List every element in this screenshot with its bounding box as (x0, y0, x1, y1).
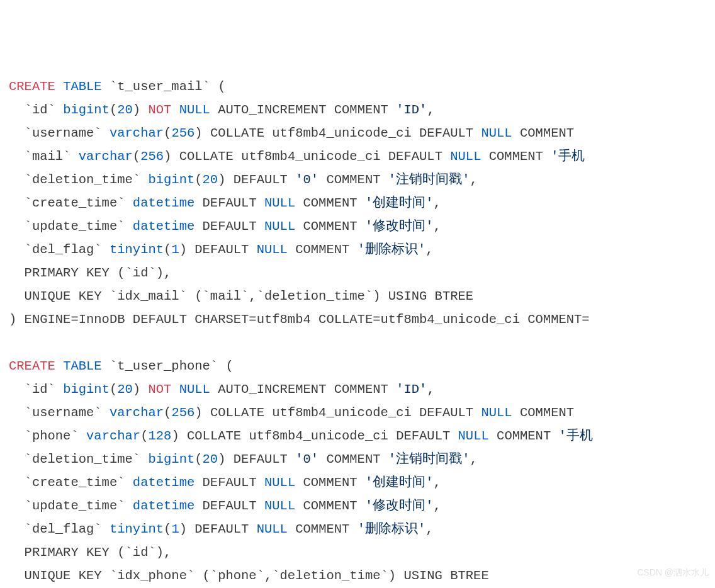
code-token: DEFAULT (194, 196, 264, 210)
code-token: `t_user_phone` ( (102, 359, 234, 373)
code-token: bigint (63, 382, 110, 397)
code-token: datetime (133, 499, 194, 513)
code-token: COMMENT (512, 126, 582, 140)
code-line: PRIMARY KEY (`id`), (9, 541, 715, 564)
code-token: TABLE (63, 359, 102, 373)
code-token: `deletion_time` (9, 452, 148, 466)
code-token: bigint (63, 103, 110, 117)
code-token: DEFAULT (194, 475, 264, 490)
code-token: 'ID' (396, 382, 427, 397)
code-token: , (425, 522, 433, 536)
code-token: `create_time` (9, 475, 133, 490)
code-token: ( (140, 429, 148, 443)
code-token: `id` (9, 103, 63, 117)
code-token: COMMENT (288, 242, 358, 257)
code-token: 256 (140, 149, 164, 164)
code-token: PRIMARY KEY (`id`), (9, 545, 171, 560)
code-line: `create_time` datetime DEFAULT NULL COMM… (9, 471, 715, 494)
code-token: `t_user_mail` ( (102, 79, 226, 94)
code-token: varchar (79, 149, 133, 164)
code-token: `mail` (9, 149, 79, 164)
code-token: NOT (148, 103, 171, 117)
code-token: 1 (171, 522, 179, 536)
code-token: `del_flag` (9, 522, 110, 536)
code-token: , (427, 382, 434, 397)
code-token: `phone` (9, 429, 86, 443)
code-token: 256 (171, 405, 194, 420)
code-token: AUTO_INCREMENT COMMENT (210, 382, 396, 397)
code-token: ( (110, 382, 117, 397)
code-token: `deletion_time` (9, 172, 148, 187)
code-line: `create_time` datetime DEFAULT NULL COMM… (9, 191, 715, 215)
code-token: `update_time` (9, 219, 133, 234)
code-token: ) DEFAULT (218, 172, 295, 187)
code-token: '注销时间戳' (388, 172, 470, 187)
code-token: '0' (295, 452, 318, 466)
code-line: `deletion_time` bigint(20) DEFAULT '0' C… (9, 448, 715, 471)
code-token: , (434, 475, 441, 490)
code-token (55, 79, 63, 94)
code-token: COMMENT (295, 219, 365, 234)
code-token: ) DEFAULT (179, 522, 257, 536)
code-token: 20 (117, 103, 133, 117)
code-token: 128 (148, 429, 171, 443)
code-token: '删除标识' (358, 242, 426, 257)
code-token (171, 382, 179, 397)
code-line: ) ENGINE=InnoDB DEFAULT CHARSET=utf8mb4 … (9, 308, 715, 331)
code-token: ) (133, 103, 149, 117)
code-token: COMMENT (512, 405, 582, 420)
code-token: varchar (110, 126, 164, 140)
code-line: `phone` varchar(128) COLLATE utf8mb4_uni… (9, 424, 715, 448)
code-token: 'ID' (396, 103, 427, 117)
code-token: COMMENT (295, 196, 365, 210)
code-token: '删除标识' (358, 522, 426, 536)
code-token: ( (164, 405, 171, 420)
code-token: tinyint (110, 242, 164, 257)
code-line: `id` bigint(20) NOT NULL AUTO_INCREMENT … (9, 378, 715, 401)
code-token: '注销时间戳' (388, 452, 470, 466)
code-token: NULL (264, 475, 295, 490)
code-token: `username` (9, 405, 110, 420)
sql-code-block: CREATE TABLE `t_user_mail` ( `id` bigint… (9, 75, 715, 588)
code-token: '手机 (551, 149, 585, 164)
code-token: `create_time` (9, 196, 133, 210)
code-token: datetime (133, 196, 194, 210)
code-token: COMMENT (295, 475, 365, 490)
code-token: COMMENT (295, 499, 365, 513)
code-token: NULL (458, 429, 489, 443)
code-token: UNIQUE KEY `idx_phone` (`phone`,`deletio… (9, 568, 489, 583)
code-token: ) COLLATE utf8mb4_unicode_ci DEFAULT (171, 429, 458, 443)
code-token: ( (194, 172, 202, 187)
code-token: , (427, 103, 434, 117)
code-line: CREATE TABLE `t_user_mail` ( (9, 75, 715, 98)
code-token: `id` (9, 382, 63, 397)
code-token: , (425, 242, 433, 257)
code-token: ) COLLATE utf8mb4_unicode_ci DEFAULT (164, 149, 450, 164)
code-token: NOT (148, 382, 171, 397)
code-token: , (470, 172, 477, 187)
code-token: datetime (133, 219, 194, 234)
code-token: tinyint (110, 522, 164, 536)
code-token: , (470, 452, 477, 466)
code-token: COMMENT (318, 172, 388, 187)
code-token: ( (110, 103, 117, 117)
code-token: COMMENT (318, 452, 388, 466)
code-token: NULL (450, 149, 481, 164)
code-token: NULL (179, 382, 210, 397)
code-line: PRIMARY KEY (`id`), (9, 261, 715, 285)
code-token: ( (194, 452, 202, 466)
code-token: NULL (264, 196, 295, 210)
code-token: TABLE (63, 79, 102, 94)
code-line: `id` bigint(20) NOT NULL AUTO_INCREMENT … (9, 98, 715, 122)
code-line: `del_flag` tinyint(1) DEFAULT NULL COMME… (9, 517, 715, 541)
code-token: DEFAULT (194, 219, 264, 234)
code-line: `del_flag` tinyint(1) DEFAULT NULL COMME… (9, 238, 715, 261)
code-token: ) (133, 382, 149, 397)
code-line: `mail` varchar(256) COLLATE utf8mb4_unic… (9, 145, 715, 168)
code-token: COMMENT (288, 522, 358, 536)
code-token: '0' (295, 172, 318, 187)
code-token: `del_flag` (9, 242, 110, 257)
code-token: 1 (171, 242, 179, 257)
code-line: CREATE TABLE `t_user_phone` ( (9, 354, 715, 378)
code-line: UNIQUE KEY `idx_mail` (`mail`,`deletion_… (9, 285, 715, 308)
